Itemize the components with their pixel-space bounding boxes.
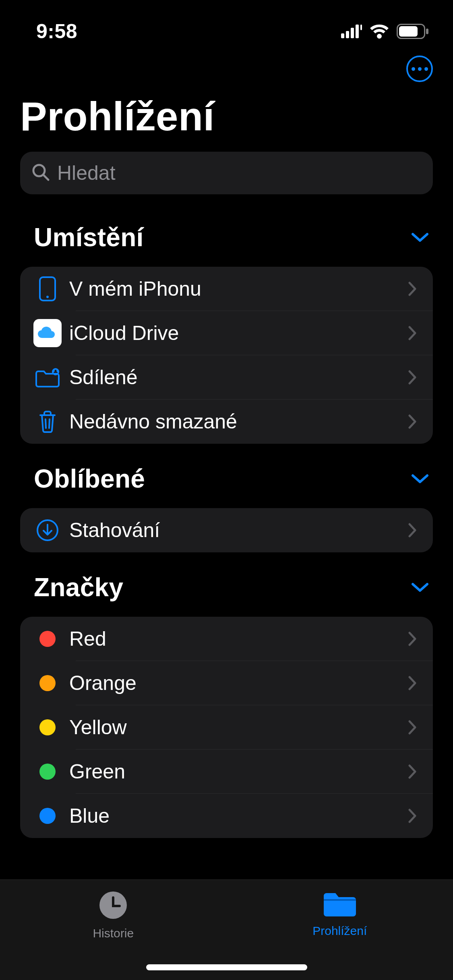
- chevron-down-icon: [411, 473, 429, 484]
- svg-rect-4: [360, 25, 362, 30]
- search-placeholder: Hledat: [57, 161, 116, 185]
- chevron-down-icon: [411, 232, 429, 243]
- screen: 9:58 Prohlížení Hledat Umístění: [0, 0, 453, 980]
- location-on-my-iphone[interactable]: V mém iPhonu: [20, 267, 433, 311]
- list-item-label: Red: [64, 627, 408, 651]
- icloud-icon: [31, 319, 64, 347]
- chevron-right-icon: [408, 523, 433, 538]
- location-icloud-drive[interactable]: iCloud Drive: [20, 311, 433, 355]
- tag-dot-icon: [31, 675, 64, 691]
- list-item-label: Yellow: [64, 716, 408, 739]
- search-input[interactable]: Hledat: [20, 152, 433, 194]
- location-recently-deleted[interactable]: Nedávno smazané: [20, 399, 433, 444]
- chevron-right-icon: [408, 414, 433, 429]
- search-icon: [31, 163, 57, 183]
- tag-red[interactable]: Red: [20, 617, 433, 661]
- favorite-downloads[interactable]: Stahování: [20, 508, 433, 552]
- chevron-down-icon: [411, 582, 429, 593]
- tag-orange[interactable]: Orange: [20, 661, 433, 705]
- section-header-favorites[interactable]: Oblíbené: [0, 444, 453, 494]
- chevron-right-icon: [408, 808, 433, 824]
- nav-bar: [0, 48, 453, 82]
- list-item-label: V mém iPhonu: [64, 277, 408, 301]
- home-indicator[interactable]: [146, 964, 307, 970]
- shared-folder-icon: [31, 367, 64, 388]
- svg-line-9: [43, 175, 48, 180]
- battery-icon: [397, 24, 429, 39]
- svg-line-15: [49, 419, 50, 428]
- section-header-tags[interactable]: Značky: [0, 552, 453, 602]
- tag-dot-icon: [31, 631, 64, 647]
- folder-icon: [321, 889, 358, 920]
- chevron-right-icon: [408, 325, 433, 341]
- chevron-right-icon: [408, 675, 433, 691]
- list-item-label: Blue: [64, 804, 408, 828]
- list-item-label: Green: [64, 760, 408, 783]
- chevron-right-icon: [408, 370, 433, 385]
- list-item-label: Nedávno smazané: [64, 410, 408, 433]
- more-options-button[interactable]: [406, 56, 433, 82]
- list-item-label: Sdílené: [64, 366, 408, 389]
- section-header-locations[interactable]: Umístění: [0, 194, 453, 252]
- svg-rect-0: [341, 33, 344, 38]
- tags-list: Red Orange Yellow Green Blue: [20, 617, 433, 838]
- svg-rect-1: [346, 31, 349, 38]
- tag-green[interactable]: Green: [20, 749, 433, 794]
- ellipsis-icon: [412, 67, 428, 71]
- status-indicators: [341, 24, 434, 39]
- chevron-right-icon: [408, 720, 433, 735]
- clock-icon: [97, 889, 129, 922]
- svg-point-11: [46, 296, 49, 298]
- svg-line-14: [46, 419, 46, 428]
- tag-dot-icon: [31, 719, 64, 735]
- cellular-icon: [341, 25, 362, 38]
- svg-rect-7: [426, 29, 428, 34]
- tag-yellow[interactable]: Yellow: [20, 705, 433, 749]
- chevron-right-icon: [408, 631, 433, 646]
- list-item-label: Stahování: [64, 519, 408, 542]
- svg-rect-2: [351, 28, 354, 38]
- section-title-locations: Umístění: [34, 222, 144, 252]
- tab-bar: Historie Prohlížení: [0, 879, 453, 980]
- locations-list: V mém iPhonu iCloud Drive Sdílené Nedávn…: [20, 267, 433, 444]
- svg-rect-6: [399, 26, 418, 37]
- list-item-label: Orange: [64, 671, 408, 695]
- chevron-right-icon: [408, 764, 433, 779]
- svg-rect-3: [356, 25, 359, 38]
- tag-dot-icon: [31, 808, 64, 824]
- section-title-favorites: Oblíbené: [34, 464, 145, 494]
- location-shared[interactable]: Sdílené: [20, 355, 433, 399]
- tab-label: Prohlížení: [312, 924, 367, 938]
- wifi-icon: [369, 24, 389, 39]
- trash-icon: [31, 410, 64, 434]
- tag-blue[interactable]: Blue: [20, 794, 433, 838]
- status-time: 9:58: [36, 20, 77, 43]
- list-item-label: iCloud Drive: [64, 321, 408, 345]
- page-title: Prohlížení: [0, 82, 453, 140]
- chevron-right-icon: [408, 281, 433, 296]
- favorites-list: Stahování: [20, 508, 433, 552]
- tag-dot-icon: [31, 764, 64, 780]
- iphone-icon: [31, 276, 64, 302]
- status-bar: 9:58: [0, 0, 453, 48]
- svg-rect-19: [324, 899, 356, 901]
- download-icon: [31, 519, 64, 542]
- section-title-tags: Značky: [34, 572, 123, 602]
- tab-label: Historie: [93, 926, 134, 940]
